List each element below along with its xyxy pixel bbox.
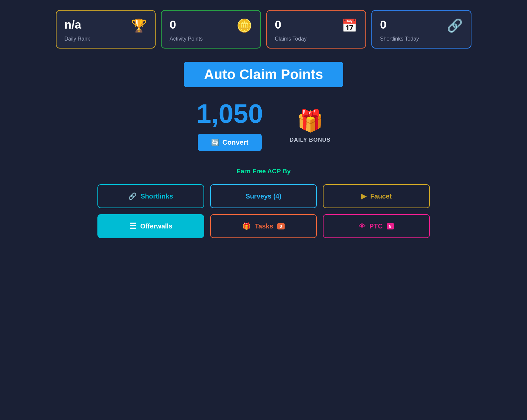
surveys-label: Surveys (4) bbox=[246, 193, 282, 200]
ptc-badge: 8 bbox=[387, 223, 394, 229]
list-icon: ☰ bbox=[129, 221, 136, 231]
ptc-button[interactable]: 👁 PTC 8 bbox=[323, 214, 430, 238]
points-bonus-row: 1,050 🔄 Convert 🎁 DAILY BONUS bbox=[56, 100, 471, 151]
tasks-button[interactable]: 🎁 Tasks 0 bbox=[210, 214, 317, 238]
faucet-label: Faucet bbox=[370, 193, 392, 200]
daily-rank-label: Daily Rank bbox=[65, 36, 147, 42]
acp-header: Auto Claim Points bbox=[184, 62, 343, 87]
earn-suffix: By bbox=[281, 168, 291, 175]
eye-icon: 👁 bbox=[359, 222, 365, 230]
convert-icon: 🔄 bbox=[211, 139, 219, 146]
offerwalls-label: Offerwalls bbox=[140, 222, 173, 230]
faucet-button[interactable]: ▶ Faucet bbox=[323, 184, 430, 208]
activity-points-value: 0 bbox=[170, 18, 176, 31]
action-buttons-grid: 🔗 Shortlinks Surveys (4) ▶ Faucet ☰ Offe… bbox=[97, 184, 430, 238]
stat-card-claims-today: 0 📅 Claims Today bbox=[266, 10, 366, 49]
surveys-button[interactable]: Surveys (4) bbox=[210, 184, 317, 208]
calendar-check-icon: 📅 bbox=[341, 18, 357, 33]
shortlinks-today-value: 0 bbox=[380, 18, 387, 31]
daily-bonus-label: DAILY BONUS bbox=[290, 137, 330, 143]
stat-card-daily-rank: n/a 🏆 Daily Rank bbox=[56, 10, 156, 49]
shortlinks-icon: 🔗 bbox=[128, 192, 137, 200]
tasks-gift-icon: 🎁 bbox=[242, 222, 251, 230]
offerwalls-button[interactable]: ☰ Offerwalls bbox=[97, 214, 204, 238]
ptc-label: PTC bbox=[369, 222, 383, 230]
stat-card-top: 0 📅 bbox=[275, 18, 358, 33]
earn-text: Earn Free ACP By bbox=[236, 168, 291, 175]
stat-card-top: n/a 🏆 bbox=[65, 18, 147, 33]
points-section: 1,050 🔄 Convert bbox=[197, 100, 263, 151]
stat-card-activity-points: 0 🪙 Activity Points bbox=[161, 10, 261, 49]
earn-highlight: Free ACP bbox=[252, 168, 281, 175]
convert-button[interactable]: 🔄 Convert bbox=[198, 134, 262, 151]
stat-card-shortlinks-today: 0 🔗 Shortlinks Today bbox=[371, 10, 471, 49]
trophy-icon: 🏆 bbox=[131, 18, 147, 33]
daily-bonus-section: 🎁 DAILY BONUS bbox=[290, 108, 330, 143]
link-icon: 🔗 bbox=[447, 18, 463, 33]
cursor-icon: ▶ bbox=[361, 192, 366, 200]
tasks-label: Tasks bbox=[255, 222, 273, 230]
shortlinks-button[interactable]: 🔗 Shortlinks bbox=[97, 184, 204, 208]
gift-icon: 🎁 bbox=[297, 108, 324, 133]
activity-points-label: Activity Points bbox=[170, 36, 252, 42]
claims-today-value: 0 bbox=[275, 18, 282, 31]
shortlinks-today-label: Shortlinks Today bbox=[380, 36, 463, 42]
acp-points-value: 1,050 bbox=[197, 100, 263, 127]
coins-icon: 🪙 bbox=[236, 18, 252, 33]
shortlinks-label: Shortlinks bbox=[141, 193, 173, 200]
stat-card-top: 0 🔗 bbox=[380, 18, 463, 33]
stats-row: n/a 🏆 Daily Rank 0 🪙 Activity Points 0 📅… bbox=[56, 10, 471, 49]
earn-prefix: Earn bbox=[236, 168, 252, 175]
main-content: Auto Claim Points 1,050 🔄 Convert 🎁 DAIL… bbox=[56, 62, 471, 238]
stat-card-top: 0 🪙 bbox=[170, 18, 252, 33]
convert-label: Convert bbox=[222, 138, 249, 146]
daily-rank-value: n/a bbox=[65, 18, 81, 31]
claims-today-label: Claims Today bbox=[275, 36, 358, 42]
tasks-badge: 0 bbox=[277, 223, 285, 229]
